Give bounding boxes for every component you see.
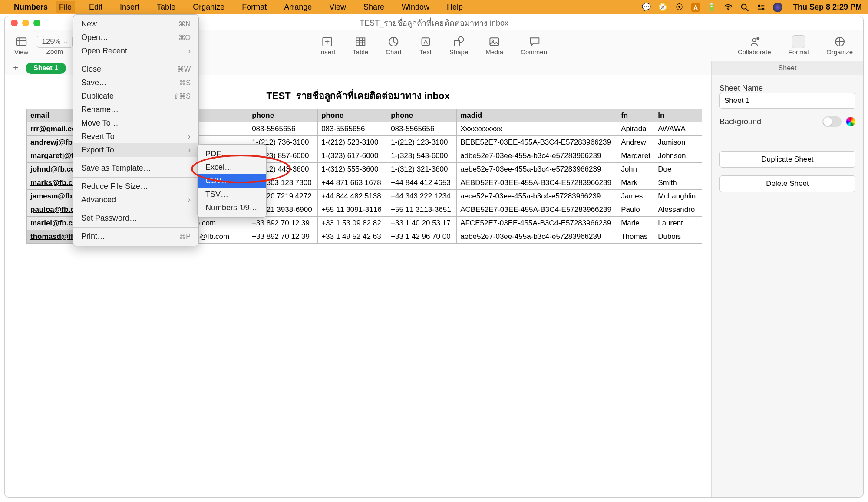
table-cell[interactable]: +33 1 40 20 53 17 [387,217,457,230]
table-cell[interactable]: aebe52e7-03ee-455a-b3c4-e57283966239 [457,230,617,244]
menu-arrange[interactable]: Arrange [281,1,315,13]
file-menu-item[interactable]: Move To… [73,116,198,130]
table-cell[interactable]: 1-(323) 617-6000 [318,149,387,163]
line-icon[interactable]: 💬 [642,3,651,12]
a-box-icon[interactable]: A [691,3,700,12]
table-cell[interactable]: 083-5565656 [387,122,457,136]
spotlight-search-icon[interactable] [740,3,749,12]
sheet-tab-1[interactable]: Sheet 1 [26,63,66,74]
menu-insert[interactable]: Insert [116,1,143,13]
menu-view[interactable]: View [326,1,350,13]
file-menu-item[interactable]: Reduce File Size… [73,180,198,193]
app-name[interactable]: Numbers [14,3,48,12]
table-cell[interactable]: +44 844 482 5138 [318,190,387,203]
toolbar-insert[interactable]: Insert [319,35,336,56]
color-picker-icon[interactable] [846,117,855,126]
table-cell[interactable]: James [617,190,654,203]
table-cell[interactable]: aece52e7-03ee-455a-b3c4-e57283966239 [457,190,617,203]
file-menu-item[interactable]: Advanced [73,193,198,207]
menubar-clock[interactable]: Thu Sep 8 2:29 PM [793,3,862,12]
file-menu-item[interactable]: Save as Template… [73,162,198,175]
table-cell[interactable]: Smith [654,176,702,190]
delete-sheet-button[interactable]: Delete Sheet [719,175,855,192]
table-cell[interactable]: +33 892 70 12 39 [248,217,318,230]
menu-organize[interactable]: Organize [189,1,228,13]
inspector-tab-sheet[interactable]: Sheet [712,61,863,75]
file-menu-item[interactable]: Save…⌘S [73,76,198,89]
table-cell[interactable]: +44 343 222 1234 [387,190,457,203]
table-cell[interactable]: adbe52e7-03ee-455a-b3c4-e57283966239 [457,149,617,163]
table-cell[interactable]: McLaughlin [654,190,702,203]
export-submenu-item[interactable]: PDF… [198,147,266,161]
toolbar-view[interactable]: View [14,35,28,56]
table-cell[interactable]: 1-(312) 555-3600 [318,163,387,176]
export-submenu-item[interactable]: TSV… [198,188,266,201]
table-cell[interactable]: +55 11 3113-3651 [387,203,457,217]
table-cell[interactable]: AEBD52E7-03EE-455A-B3C4-E57283966239 [457,176,617,190]
table-cell[interactable]: 083-5565656 [318,122,387,136]
safari-icon[interactable]: 🧭 [658,3,668,12]
toolbar-collaborate[interactable]: Collaborate [738,35,771,56]
table-cell[interactable]: 1-(323) 543-6000 [387,149,457,163]
menu-help[interactable]: Help [443,1,466,13]
table-cell[interactable]: +33 1 49 52 42 63 [318,230,387,244]
column-header[interactable]: ln [654,109,702,122]
table-cell[interactable]: Johnson [654,149,702,163]
file-menu-item[interactable]: Print…⌘P [73,230,198,243]
export-submenu-item[interactable]: Numbers '09… [198,201,266,215]
record-icon[interactable]: ⦿ [675,3,684,12]
table-cell[interactable]: Marie [617,217,654,230]
column-header[interactable]: phone [387,109,457,122]
table-cell[interactable]: +44 871 663 1678 [318,176,387,190]
column-header[interactable]: phone [248,109,318,122]
column-header[interactable]: madid [457,109,617,122]
table-cell[interactable]: +33 1 42 96 70 00 [387,230,457,244]
file-menu-item[interactable]: Export To [73,143,198,157]
table-cell[interactable]: AWAWA [654,122,702,136]
siri-icon[interactable] [773,3,782,12]
fullscreen-window-button[interactable] [33,20,40,26]
table-cell[interactable]: Andrew [617,136,654,149]
add-sheet-button[interactable]: + [10,63,21,74]
menu-table[interactable]: Table [153,1,179,13]
table-cell[interactable]: Alessandro [654,203,702,217]
toolbar-comment[interactable]: Comment [521,35,549,56]
menu-edit[interactable]: Edit [86,1,106,13]
table-cell[interactable]: +33 892 70 12 39 [248,230,318,244]
wifi-icon[interactable] [723,3,733,12]
table-cell[interactable]: BEBE52E7-03EE-455A-B3C4-E57283966239 [457,136,617,149]
table-cell[interactable]: Mark [617,176,654,190]
menu-file[interactable]: File [56,1,75,13]
toolbar-chart[interactable]: Chart [386,35,402,56]
file-menu-item[interactable]: Rename… [73,103,198,116]
table-cell[interactable]: Apirada [617,122,654,136]
file-menu-item[interactable]: New…⌘N [73,17,198,31]
background-toggle[interactable] [822,116,842,127]
column-header[interactable]: phone [318,109,387,122]
table-cell[interactable]: John [617,163,654,176]
sheet-name-input[interactable] [719,93,855,109]
file-menu-item[interactable]: Open…⌘O [73,31,198,44]
duplicate-sheet-button[interactable]: Duplicate Sheet [719,151,855,168]
toolbar-organize[interactable]: Organize [826,35,853,56]
file-menu-item[interactable]: Open Recent [73,44,198,58]
table-cell[interactable]: 1-(212) 123-3100 [387,136,457,149]
table-cell[interactable]: Thomas [617,230,654,244]
toolbar-zoom[interactable]: 125%⌄ Zoom [37,36,72,55]
table-cell[interactable]: +33 1 53 09 82 82 [318,217,387,230]
table-cell[interactable]: Paulo [617,203,654,217]
export-submenu-item[interactable]: Excel… [198,161,266,174]
table-cell[interactable]: aebe52e7-03ee-455a-b3c4-e57283966239 [457,163,617,176]
file-menu-item[interactable]: Set Password… [73,211,198,225]
table-cell[interactable]: AFCE52E7-03EE-455A-B3C4-E57283966239 [457,217,617,230]
table-cell[interactable]: 1-(212) 523-3100 [318,136,387,149]
table-cell[interactable]: Xxxxxxxxxxx [457,122,617,136]
toolbar-text[interactable]: AText [419,35,432,56]
close-window-button[interactable] [11,20,18,26]
battery-icon[interactable]: 🔋 [707,3,716,12]
control-center-icon[interactable] [756,3,766,12]
table-cell[interactable]: 1-(312) 321-3600 [387,163,457,176]
menu-format[interactable]: Format [238,1,270,13]
table-cell[interactable]: Laurent [654,217,702,230]
table-cell[interactable]: Dubois [654,230,702,244]
